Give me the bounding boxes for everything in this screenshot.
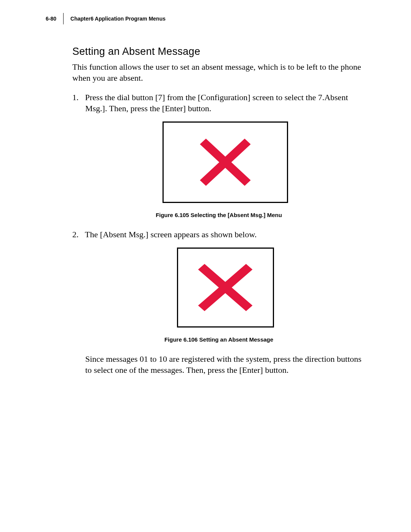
figure-2: Figure 6.106 Setting an Absent Message: [85, 248, 365, 343]
figure-1-caption: Figure 6.105 Selecting the [Absent Msg.]…: [169, 211, 282, 219]
page: 6-80 Chapter6 Application Program Menus …: [0, 0, 411, 532]
header-divider: [63, 13, 64, 24]
figure-2-box: [177, 248, 274, 328]
trailing-paragraph: Since messages 01 to 10 are registered w…: [85, 353, 365, 375]
step-text: Press the dial button [7] from the [Conf…: [85, 93, 348, 113]
figure-1-box: [162, 121, 288, 203]
figure-2-caption: Figure 6.106 Setting an Absent Message: [177, 336, 273, 343]
content-area: Setting an Absent Message This function …: [72, 46, 365, 375]
chapter-title: Chapter6 Application Program Menus: [70, 16, 166, 22]
missing-image-icon: [197, 263, 254, 312]
missing-image-icon: [199, 137, 252, 187]
figure-1: Figure 6.105 Selecting the [Absent Msg.]…: [85, 121, 365, 219]
section-title: Setting an Absent Message: [72, 46, 365, 58]
step-1: Press the dial button [7] from the [Conf…: [72, 92, 365, 219]
page-header: 6-80 Chapter6 Application Program Menus: [46, 13, 377, 24]
step-2: The [Absent Msg.] screen appears as show…: [72, 229, 365, 343]
page-number: 6-80: [46, 16, 63, 22]
section-intro: This function allows the user to set an …: [72, 61, 365, 83]
steps-list: Press the dial button [7] from the [Conf…: [72, 92, 365, 343]
step-text: The [Absent Msg.] screen appears as show…: [85, 230, 256, 239]
